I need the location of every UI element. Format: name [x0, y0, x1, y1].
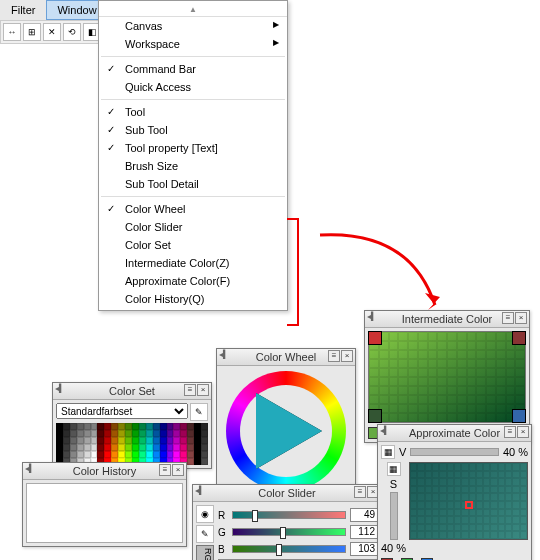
swatch[interactable]: [77, 430, 84, 437]
swatch[interactable]: [173, 430, 180, 437]
swatch[interactable]: [187, 451, 194, 458]
swatch[interactable]: [56, 451, 63, 458]
b-slider[interactable]: [232, 545, 346, 553]
swatch[interactable]: [70, 444, 77, 451]
menu-item[interactable]: Intermediate Color(Z): [99, 254, 287, 272]
toolbar-button[interactable]: ✕: [43, 23, 61, 41]
swatch[interactable]: [77, 451, 84, 458]
grip-icon[interactable]: ◂▍: [380, 426, 390, 435]
swatch[interactable]: [104, 437, 111, 444]
swatch[interactable]: [63, 423, 70, 430]
grip-icon[interactable]: ◂▍: [25, 464, 35, 473]
swatch[interactable]: [125, 430, 132, 437]
swatch[interactable]: [125, 444, 132, 451]
swatch[interactable]: [56, 423, 63, 430]
menu-icon[interactable]: ≡: [159, 464, 171, 476]
swatch[interactable]: [139, 444, 146, 451]
r-slider[interactable]: [232, 511, 346, 519]
swatch[interactable]: [167, 430, 174, 437]
color-triangle[interactable]: [256, 393, 322, 469]
swatch[interactable]: [63, 444, 70, 451]
close-icon[interactable]: ×: [341, 350, 353, 362]
grip-icon[interactable]: ◂▍: [55, 384, 65, 393]
menu-filter[interactable]: Filter: [0, 0, 46, 20]
swatch[interactable]: [180, 430, 187, 437]
swatch[interactable]: [201, 451, 208, 458]
swatch[interactable]: [70, 430, 77, 437]
swatch[interactable]: [201, 430, 208, 437]
swatch[interactable]: [77, 444, 84, 451]
mode-tab[interactable]: RGB: [196, 545, 214, 560]
swatch[interactable]: [111, 444, 118, 451]
swatch[interactable]: [118, 430, 125, 437]
swatch[interactable]: [160, 444, 167, 451]
swatch[interactable]: [84, 444, 91, 451]
swatch[interactable]: [125, 437, 132, 444]
swatch[interactable]: [146, 423, 153, 430]
swatch[interactable]: [97, 444, 104, 451]
swatch[interactable]: [132, 423, 139, 430]
swatch[interactable]: [139, 423, 146, 430]
swatch[interactable]: [97, 430, 104, 437]
menu-item[interactable]: Approximate Color(F): [99, 272, 287, 290]
swatch[interactable]: [139, 451, 146, 458]
swatch[interactable]: [146, 437, 153, 444]
swatch[interactable]: [97, 423, 104, 430]
swatch[interactable]: [173, 437, 180, 444]
swatch[interactable]: [146, 430, 153, 437]
menu-icon[interactable]: ≡: [328, 350, 340, 362]
swatch[interactable]: [194, 451, 201, 458]
menu-item[interactable]: ✓Tool property [Text]: [99, 139, 287, 157]
preset-select[interactable]: Standardfarbset: [56, 403, 188, 419]
swatch[interactable]: [160, 430, 167, 437]
menu-item[interactable]: Color Set: [99, 236, 287, 254]
swatch[interactable]: [125, 451, 132, 458]
swatch[interactable]: [63, 430, 70, 437]
swatch[interactable]: [160, 451, 167, 458]
swatch[interactable]: [160, 437, 167, 444]
g-slider[interactable]: [232, 528, 346, 536]
swatch[interactable]: [77, 437, 84, 444]
axis-btn[interactable]: ▦: [387, 462, 401, 476]
swatch[interactable]: [84, 451, 91, 458]
swatch[interactable]: [167, 451, 174, 458]
swatch[interactable]: [91, 444, 98, 451]
swatch[interactable]: [187, 430, 194, 437]
swatch[interactable]: [111, 437, 118, 444]
swatch[interactable]: [104, 444, 111, 451]
swatch[interactable]: [104, 423, 111, 430]
swatch[interactable]: [194, 437, 201, 444]
swatch[interactable]: [201, 437, 208, 444]
swatch[interactable]: [201, 444, 208, 451]
close-icon[interactable]: ×: [515, 312, 527, 324]
swatch[interactable]: [91, 430, 98, 437]
intermediate-grid[interactable]: [368, 331, 526, 423]
swatch[interactable]: [104, 451, 111, 458]
menu-item[interactable]: ✓Sub Tool: [99, 121, 287, 139]
swatch[interactable]: [56, 437, 63, 444]
swatch[interactable]: [111, 451, 118, 458]
swatch[interactable]: [139, 437, 146, 444]
menu-item[interactable]: Quick Access: [99, 78, 287, 96]
swatch[interactable]: [173, 451, 180, 458]
b-value[interactable]: 103: [350, 542, 378, 556]
r-value[interactable]: 49: [350, 508, 378, 522]
menu-item[interactable]: ✓Tool: [99, 103, 287, 121]
v-slider[interactable]: [410, 448, 499, 456]
s-slider[interactable]: [390, 492, 398, 540]
swatch[interactable]: [84, 430, 91, 437]
color-swatch-grid[interactable]: [56, 423, 208, 465]
grip-icon[interactable]: ◂▍: [367, 312, 377, 321]
swatch[interactable]: [187, 444, 194, 451]
g-value[interactable]: 112: [350, 525, 378, 539]
axis-btn[interactable]: ▦: [381, 445, 395, 459]
swatch[interactable]: [180, 423, 187, 430]
swatch[interactable]: [201, 458, 208, 465]
swatch[interactable]: [194, 444, 201, 451]
swatch[interactable]: [91, 423, 98, 430]
swatch[interactable]: [180, 437, 187, 444]
swatch[interactable]: [70, 423, 77, 430]
swatch[interactable]: [153, 451, 160, 458]
swatch[interactable]: [194, 423, 201, 430]
swatch[interactable]: [153, 437, 160, 444]
